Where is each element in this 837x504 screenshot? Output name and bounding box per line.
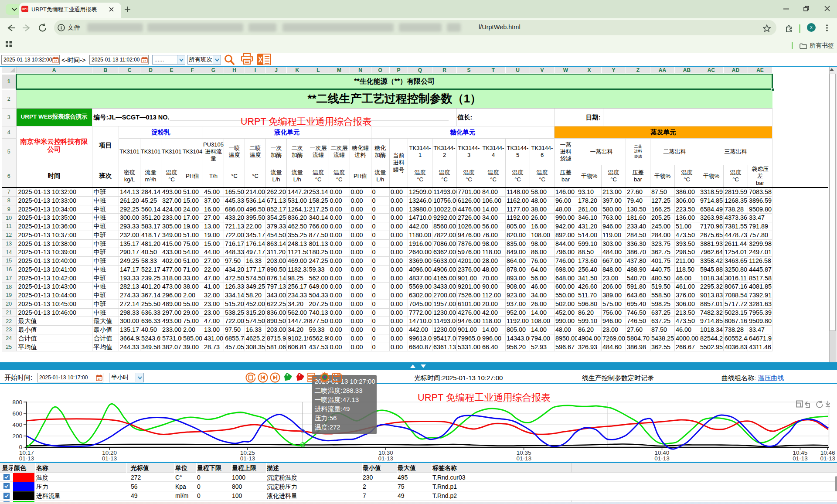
svg-text:600: 600 [12,410,22,417]
svg-text:400: 400 [12,422,22,428]
svg-text:01-13: 01-13 [240,455,255,462]
svg-text:01-13: 01-13 [820,455,835,462]
svg-text:01-13: 01-13 [102,455,117,462]
svg-text:01-13: 01-13 [654,455,670,462]
svg-text:01-13: 01-13 [19,455,34,462]
svg-text:01-13: 01-13 [793,455,808,462]
svg-text:200: 200 [12,433,22,439]
svg-text:800: 800 [12,399,22,405]
svg-text:01-13: 01-13 [378,455,394,462]
svg-text:17: 17 [54,60,57,62]
svg-text:17: 17 [143,60,146,62]
svg-text:17: 17 [98,378,101,380]
svg-text:01-13: 01-13 [516,455,531,462]
